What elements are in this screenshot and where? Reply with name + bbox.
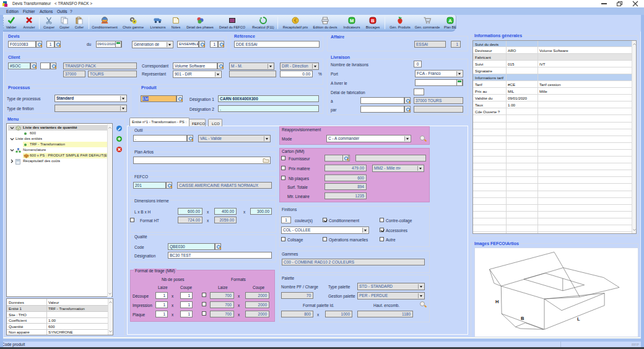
svg-text:H: H: [495, 299, 498, 304]
svg-text:M: M: [350, 18, 354, 24]
svg-text:B: B: [521, 316, 524, 321]
svg-text:A: A: [448, 18, 452, 24]
svg-text:B: B: [371, 18, 375, 24]
svg-text:€: €: [294, 17, 297, 24]
svg-text:L: L: [577, 316, 580, 322]
